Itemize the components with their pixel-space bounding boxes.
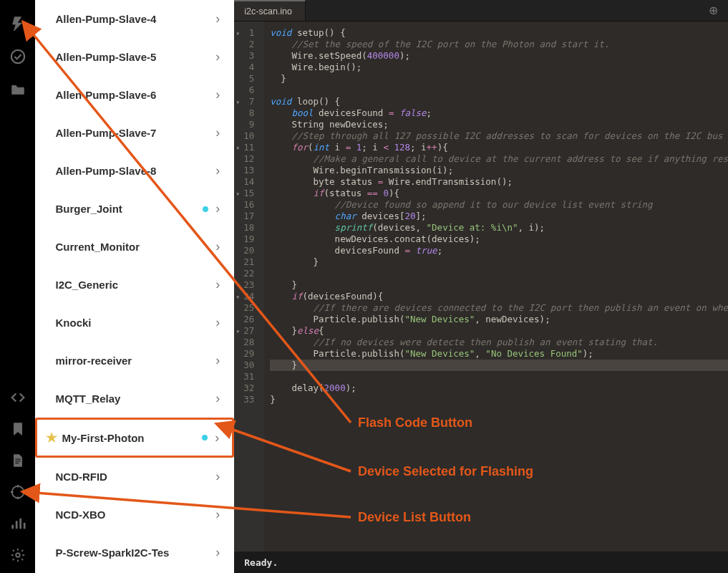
device-item[interactable]: Knocki›	[35, 304, 234, 342]
line-number: 21	[234, 256, 258, 268]
code-line[interactable]: bool devicesFound = false;	[270, 107, 728, 119]
code-line[interactable]: //If no devices were detecte then publis…	[270, 337, 728, 348]
code-line[interactable]: }	[270, 73, 728, 85]
app-root: Allen-Pump-Slave-4›Allen-Pump-Slave-5›Al…	[0, 0, 728, 573]
code-line[interactable]: Particle.publish("New Devices", newDevic…	[270, 314, 728, 325]
code-line[interactable]: byte status = Wire.endTransmission();	[270, 176, 728, 188]
line-number: 8	[234, 107, 258, 119]
code-line[interactable]: //Make a general call to device at the c…	[270, 153, 728, 165]
code-line[interactable]: char devices[20];	[270, 211, 728, 222]
device-item[interactable]: P-Screw-SparkI2C-Tes›	[35, 534, 234, 572]
device-name: Allen-Pump-Slave-7	[55, 127, 215, 139]
code-line[interactable]: for(int i = 1; i < 128; i++){	[270, 142, 728, 153]
line-number: 22	[234, 268, 258, 279]
line-number: 16	[234, 199, 258, 211]
flash-icon[interactable]	[10, 16, 26, 32]
folder-icon[interactable]	[10, 82, 26, 97]
editor-area: i2c-scan.ino ⊕ ▾123456▾78910▾11121314▾15…	[234, 0, 728, 573]
svg-point-1	[11, 486, 24, 499]
device-name: Current_Monitor	[55, 241, 215, 253]
code-line[interactable]: //If there are devices connected to the …	[270, 302, 728, 314]
device-item[interactable]: Allen-Pump-Slave-4›	[35, 0, 234, 38]
line-gutter[interactable]: ▾123456▾78910▾11121314▾15161718192021222…	[234, 21, 264, 552]
device-item[interactable]: ★My-First-Photon›	[35, 418, 234, 458]
code-line[interactable]: devicesFound = true;	[270, 245, 728, 256]
line-number: ▾7	[234, 96, 258, 107]
line-number: 31	[234, 371, 258, 382]
code-line[interactable]: }	[270, 279, 728, 291]
code-line[interactable]	[270, 85, 728, 96]
chevron-right-icon: ›	[215, 125, 220, 140]
device-item[interactable]: Allen-Pump-Slave-5›	[35, 38, 234, 76]
rail-bottom-group	[0, 390, 35, 563]
chevron-right-icon: ›	[215, 277, 220, 292]
code-line[interactable]: Wire.beginTransmission(i);	[270, 165, 728, 176]
device-name: NCD-XBO	[55, 509, 215, 521]
device-item[interactable]: Burger_Joint›	[35, 190, 234, 228]
device-name: My-First-Photon	[62, 432, 195, 444]
code-line[interactable]: //Step through all 127 possible I2C addr…	[270, 130, 728, 142]
code-line[interactable]	[270, 371, 728, 382]
device-name: Allen-Pump-Slave-8	[55, 165, 215, 177]
status-bar: Ready.	[234, 552, 728, 573]
code-line[interactable]: Wire.setSpeed(400000);	[270, 50, 728, 62]
chevron-right-icon: ›	[215, 391, 220, 406]
doc-icon[interactable]	[10, 453, 26, 468]
code-line[interactable]: if(devicesFound){	[270, 291, 728, 302]
code-line[interactable]: void setup() {	[270, 27, 728, 39]
chevron-right-icon: ›	[215, 87, 220, 102]
line-number: 4	[234, 62, 258, 73]
device-item[interactable]: Allen-Pump-Slave-6›	[35, 76, 234, 114]
line-number: 30	[234, 360, 258, 371]
settings-icon[interactable]	[10, 547, 26, 563]
device-item[interactable]: mirror-receiver›	[35, 342, 234, 380]
stats-icon[interactable]	[10, 516, 26, 531]
device-list-pane[interactable]: Allen-Pump-Slave-4›Allen-Pump-Slave-5›Al…	[35, 0, 234, 573]
device-item[interactable]: NCD-RFID›	[35, 458, 234, 496]
line-number: 3	[234, 50, 258, 62]
code-line[interactable]: }	[270, 394, 728, 405]
code-line[interactable]: sprintf(devices, "Device at: %i\n", i);	[270, 222, 728, 233]
line-number: 26	[234, 314, 258, 325]
device-item[interactable]: NCD-XBO›	[35, 496, 234, 534]
tab-bar: i2c-scan.ino ⊕	[234, 0, 728, 21]
target-icon[interactable]	[10, 484, 26, 500]
file-tab[interactable]: i2c-scan.ino	[234, 0, 306, 21]
code-line[interactable]: delay(2000);	[270, 382, 728, 394]
bookmark-icon[interactable]	[10, 421, 26, 437]
device-item[interactable]: I2C_Generic›	[35, 266, 234, 304]
svg-point-0	[11, 50, 24, 63]
code-line[interactable]: String newDevices;	[270, 119, 728, 130]
chevron-right-icon: ›	[215, 239, 220, 254]
line-number: 23	[234, 279, 258, 291]
code-line[interactable]: //Set the speed of the I2C port on the P…	[270, 39, 728, 50]
device-item[interactable]: Allen-Pump-Slave-7›	[35, 114, 234, 152]
device-name: I2C_Generic	[55, 279, 215, 291]
device-name: MQTT_Relay	[55, 393, 215, 405]
code-line[interactable]: if(status == 0){	[270, 188, 728, 199]
line-number: 2	[234, 39, 258, 50]
code-line[interactable]	[270, 268, 728, 279]
device-item[interactable]: Allen-Pump-Slave-8›	[35, 152, 234, 190]
line-number: ▾11	[234, 142, 258, 153]
verify-icon[interactable]	[10, 49, 26, 64]
code-line[interactable]: }	[270, 256, 728, 268]
chevron-right-icon: ›	[215, 353, 220, 368]
tab-add-icon[interactable]: ⊕	[709, 4, 718, 17]
line-number: 17	[234, 211, 258, 222]
code-line[interactable]: void loop() {	[270, 96, 728, 107]
code-line[interactable]: Wire.begin();	[270, 62, 728, 73]
chevron-right-icon: ›	[215, 469, 220, 484]
device-item[interactable]: Current_Monitor›	[35, 228, 234, 266]
code-line[interactable]: //Device found so append it to our devic…	[270, 199, 728, 211]
line-number: 10	[234, 130, 258, 142]
chevron-right-icon: ›	[215, 545, 220, 560]
anno-selected: Device Selected for Flashing	[358, 464, 533, 479]
code-line[interactable]: newDevices.concat(devices);	[270, 233, 728, 245]
code-line[interactable]: Particle.publish("New Devices", "No Devi…	[270, 348, 728, 360]
code-icon[interactable]	[10, 390, 26, 405]
code-line[interactable]: }else{	[270, 325, 728, 337]
line-number: ▾24	[234, 291, 258, 302]
code-line[interactable]: }	[270, 360, 728, 371]
device-item[interactable]: MQTT_Relay›	[35, 380, 234, 418]
